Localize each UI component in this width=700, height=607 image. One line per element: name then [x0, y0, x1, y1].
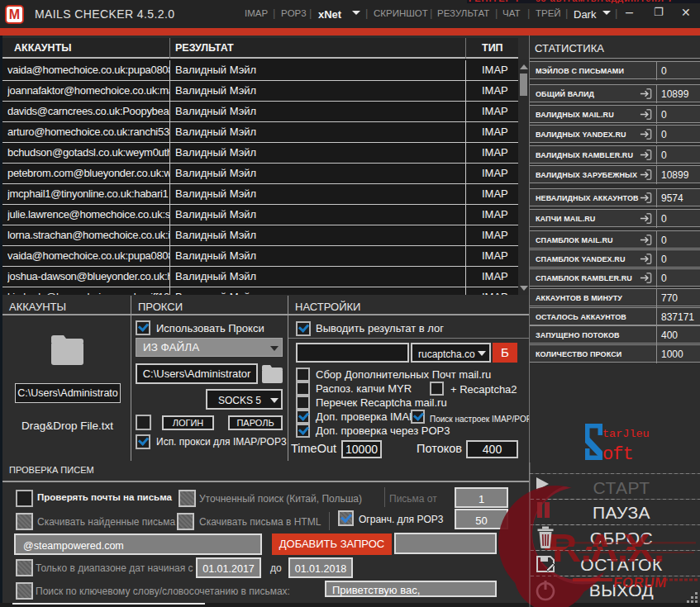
svg-text:oft: oft: [602, 444, 633, 465]
svg-text:tarJleu: tarJleu: [602, 428, 650, 440]
